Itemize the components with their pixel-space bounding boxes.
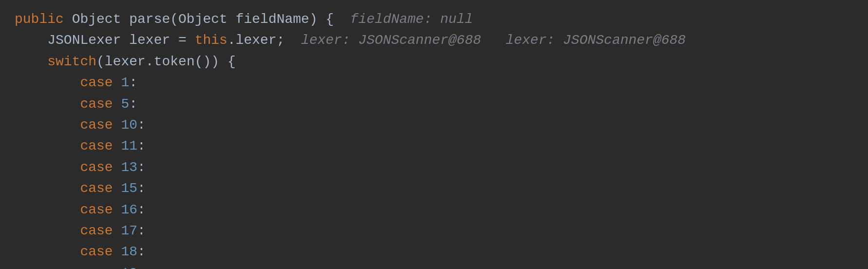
code-line: switch(lexer.token()) { — [15, 51, 853, 72]
code-text: JSONLexer lexer = — [47, 30, 194, 51]
inline-hint: lexer: JSONScanner@688 lexer: JSONScanne… — [285, 30, 686, 51]
code-text: : — [137, 115, 146, 135]
code-text: : — [137, 241, 146, 262]
code-text: : — [137, 263, 146, 269]
code-line: case 1: — [15, 72, 853, 93]
number-blue: 16 — [121, 199, 137, 220]
keyword-orange: case — [80, 115, 121, 135]
code-line: case 16: — [15, 199, 853, 220]
number-blue: 10 — [121, 115, 137, 135]
code-text: : — [137, 178, 146, 199]
code-text: (lexer.token()) { — [96, 51, 236, 72]
number-blue: 5 — [121, 94, 129, 115]
code-text: : — [129, 72, 137, 93]
number-blue: 15 — [121, 178, 137, 199]
code-line: case 18: — [15, 241, 853, 262]
code-text: : — [137, 199, 146, 220]
code-editor: public Object parse(Object fieldName) { … — [0, 0, 868, 269]
code-line: case 5: — [15, 94, 853, 115]
keyword-orange: case — [80, 241, 121, 262]
keyword-orange: case — [80, 157, 121, 178]
number-blue: 1 — [121, 72, 129, 93]
keyword-orange: case — [80, 220, 121, 241]
keyword-orange: case — [80, 263, 121, 269]
code-line: case 11: — [15, 135, 853, 156]
inline-hint: fieldName: null — [334, 9, 473, 30]
code-line: JSONLexer lexer = this.lexer; lexer: JSO… — [15, 30, 853, 51]
keyword-orange: case — [80, 72, 121, 93]
number-blue: 13 — [121, 157, 137, 178]
code-line: case 19: — [15, 263, 853, 269]
keyword-orange: case — [80, 199, 121, 220]
number-blue: 17 — [121, 220, 137, 241]
code-text: Object parse(Object fieldName) { — [72, 9, 334, 30]
code-text: .lexer; — [227, 30, 285, 51]
keyword-orange: case — [80, 178, 121, 199]
code-line: case 10: — [15, 115, 853, 135]
code-line: case 13: — [15, 157, 853, 178]
number-blue: 18 — [121, 241, 137, 262]
code-line: case 15: — [15, 178, 853, 199]
keyword-orange: case — [80, 94, 121, 115]
code-text: : — [137, 135, 146, 156]
code-line: public Object parse(Object fieldName) { … — [15, 9, 853, 30]
code-block: public Object parse(Object fieldName) { … — [15, 9, 853, 269]
keyword-orange: case — [80, 135, 121, 156]
number-blue: 19 — [121, 263, 137, 269]
code-line: case 17: — [15, 220, 853, 241]
code-text: : — [129, 94, 137, 115]
number-blue: 11 — [121, 135, 137, 156]
code-text: : — [137, 220, 146, 241]
keyword-orange: public — [15, 9, 72, 30]
keyword-orange: this — [195, 30, 227, 51]
keyword-orange: switch — [47, 51, 96, 72]
code-text: : — [137, 157, 146, 178]
